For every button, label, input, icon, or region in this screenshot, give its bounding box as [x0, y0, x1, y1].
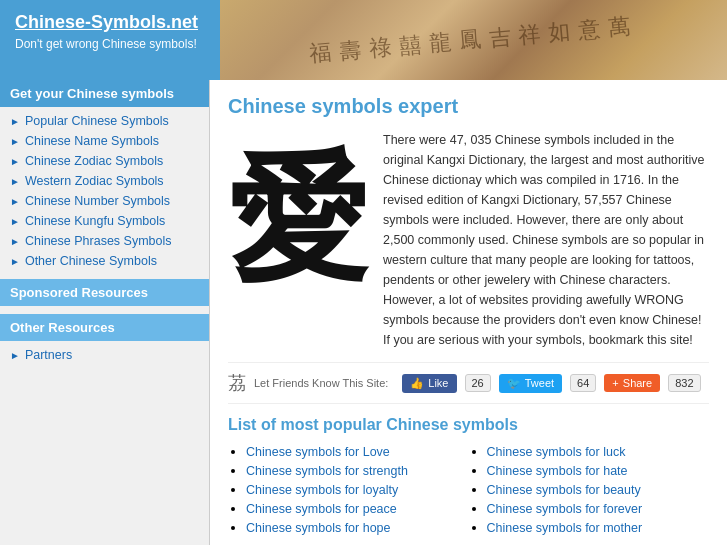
- sidebar-item-label: Popular Chinese Symbols: [25, 114, 169, 128]
- nav-arrow-icon: ►: [10, 216, 20, 227]
- nav-arrow-icon: ►: [10, 156, 20, 167]
- site-header: Chinese-Symbols.net Don't get wrong Chin…: [0, 0, 727, 80]
- list-link-strength[interactable]: Chinese symbols for strength: [246, 464, 408, 478]
- sidebar-item-other-symbols[interactable]: ► Other Chinese Symbols: [0, 251, 209, 271]
- list-link-love[interactable]: Chinese symbols for Love: [246, 445, 390, 459]
- sidebar-sponsored-header: Sponsored Resources: [0, 279, 209, 306]
- main-content: Chinese symbols expert 愛 There were 47, …: [210, 80, 727, 545]
- banner-bg: 福壽祿囍龍鳳吉祥如意萬: [220, 0, 727, 80]
- list-item: Chinese symbols for luck: [487, 444, 710, 459]
- sidebar-item-name-symbols[interactable]: ► Chinese Name Symbols: [0, 131, 209, 151]
- sidebar-item-label: Western Zodiac Symbols: [25, 174, 164, 188]
- share-button[interactable]: + Share: [604, 374, 660, 392]
- share-label: Share: [623, 377, 652, 389]
- list-link-forever[interactable]: Chinese symbols for forever: [487, 502, 643, 516]
- page-title: Chinese symbols expert: [228, 95, 709, 118]
- sidebar-item-label: Chinese Name Symbols: [25, 134, 159, 148]
- tweet-button[interactable]: 🐦 Tweet: [499, 374, 562, 393]
- chinese-char: 愛: [228, 150, 368, 290]
- page-layout: Get your Chinese symbols ► Popular Chine…: [0, 80, 727, 545]
- sidebar: Get your Chinese symbols ► Popular Chine…: [0, 80, 210, 545]
- nav-arrow-icon: ►: [10, 236, 20, 247]
- social-label: Let Friends Know This Site:: [254, 377, 388, 389]
- sidebar-item-western-zodiac[interactable]: ► Western Zodiac Symbols: [0, 171, 209, 191]
- list-link-loyalty[interactable]: Chinese symbols for loyalty: [246, 483, 398, 497]
- list-col-left: Chinese symbols for Love Chinese symbols…: [228, 444, 469, 539]
- list-item: Chinese symbols for strength: [246, 463, 469, 478]
- sidebar-item-label: Chinese Phrases Symbols: [25, 234, 172, 248]
- list-title: List of most popular Chinese symbols: [228, 416, 709, 434]
- list-item: Chinese symbols for hate: [487, 463, 710, 478]
- popular-symbols-list: Chinese symbols for Love Chinese symbols…: [228, 444, 709, 539]
- nav-arrow-icon: ►: [10, 116, 20, 127]
- list-item: Chinese symbols for loyalty: [246, 482, 469, 497]
- content-area: 愛 There were 47, 035 Chinese symbols inc…: [228, 130, 709, 350]
- sidebar-item-label: Chinese Zodiac Symbols: [25, 154, 163, 168]
- sidebar-other-header: Other Resources: [0, 314, 209, 341]
- sidebar-item-zodiac-symbols[interactable]: ► Chinese Zodiac Symbols: [0, 151, 209, 171]
- chinese-symbol-image: 愛: [228, 130, 368, 310]
- list-link-hate[interactable]: Chinese symbols for hate: [487, 464, 628, 478]
- nav-arrow-icon: ►: [10, 136, 20, 147]
- nav-arrow-icon: ►: [10, 350, 20, 361]
- list-item: Chinese symbols for mother: [487, 520, 710, 535]
- nav-arrow-icon: ►: [10, 256, 20, 267]
- sidebar-nav-header: Get your Chinese symbols: [0, 80, 209, 107]
- like-button[interactable]: 👍 Like: [402, 374, 456, 393]
- list-link-luck[interactable]: Chinese symbols for luck: [487, 445, 626, 459]
- sidebar-item-label: Partners: [25, 348, 72, 362]
- sidebar-item-popular-chinese-symbols[interactable]: ► Popular Chinese Symbols: [0, 111, 209, 131]
- sidebar-item-number-symbols[interactable]: ► Chinese Number Symbols: [0, 191, 209, 211]
- list-link-beauty[interactable]: Chinese symbols for beauty: [487, 483, 641, 497]
- header-left: Chinese-Symbols.net Don't get wrong Chin…: [0, 0, 220, 80]
- description-text: There were 47, 035 Chinese symbols inclu…: [383, 130, 709, 350]
- sidebar-item-label: Chinese Number Symbols: [25, 194, 170, 208]
- list-item: Chinese symbols for hope: [246, 520, 469, 535]
- sidebar-item-phrases-symbols[interactable]: ► Chinese Phrases Symbols: [0, 231, 209, 251]
- header-banner: 福壽祿囍龍鳳吉祥如意萬: [220, 0, 727, 80]
- list-link-hope[interactable]: Chinese symbols for hope: [246, 521, 391, 535]
- sidebar-item-partners[interactable]: ► Partners: [0, 345, 209, 365]
- list-col-right: Chinese symbols for luck Chinese symbols…: [469, 444, 710, 539]
- list-link-peace[interactable]: Chinese symbols for peace: [246, 502, 397, 516]
- sidebar-item-label: Chinese Kungfu Symbols: [25, 214, 165, 228]
- nav-arrow-icon: ►: [10, 176, 20, 187]
- list-item: Chinese symbols for Love: [246, 444, 469, 459]
- sidebar-item-kungfu-symbols[interactable]: ► Chinese Kungfu Symbols: [0, 211, 209, 231]
- site-title[interactable]: Chinese-Symbols.net: [15, 12, 205, 33]
- social-char: 茘: [228, 371, 246, 395]
- list-item: Chinese symbols for forever: [487, 501, 710, 516]
- social-bar: 茘 Let Friends Know This Site: 👍 Like 26 …: [228, 362, 709, 404]
- site-tagline: Don't get wrong Chinese symbols!: [15, 37, 205, 51]
- like-count: 26: [465, 374, 491, 392]
- nav-arrow-icon: ►: [10, 196, 20, 207]
- like-icon: 👍: [410, 377, 424, 390]
- list-item: Chinese symbols for peace: [246, 501, 469, 516]
- tweet-icon: 🐦: [507, 377, 521, 390]
- tweet-label: Tweet: [525, 377, 554, 389]
- banner-chars: 福壽祿囍龍鳳吉祥如意萬: [308, 12, 639, 67]
- share-count: 832: [668, 374, 700, 392]
- share-icon: +: [612, 377, 618, 389]
- sidebar-item-label: Other Chinese Symbols: [25, 254, 157, 268]
- list-item: Chinese symbols for beauty: [487, 482, 710, 497]
- tweet-count: 64: [570, 374, 596, 392]
- list-link-mother[interactable]: Chinese symbols for mother: [487, 521, 643, 535]
- like-label: Like: [428, 377, 448, 389]
